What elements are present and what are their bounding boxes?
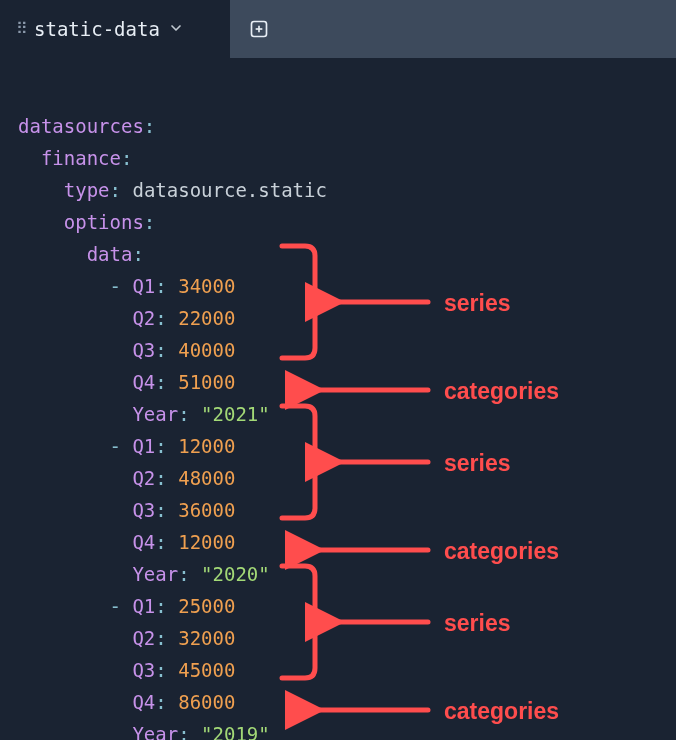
yaml-number: 34000	[178, 275, 235, 297]
code-editor[interactable]: datasources: finance: type: datasource.s…	[0, 58, 676, 740]
yaml-key: type	[64, 179, 110, 201]
yaml-key: options	[64, 211, 144, 233]
yaml-number: 22000	[178, 307, 235, 329]
yaml-number: 32000	[178, 627, 235, 649]
tab-label: static-data	[34, 18, 160, 40]
yaml-number: 12000	[178, 435, 235, 457]
annotation-categories-1: categories	[444, 378, 559, 404]
yaml-number: 25000	[178, 595, 235, 617]
annotation-series-1: series	[444, 290, 511, 316]
annotation-categories-3: categories	[444, 698, 559, 724]
yaml-key: data	[87, 243, 133, 265]
yaml-number: 12000	[178, 531, 235, 553]
annotation-series-3: series	[444, 610, 511, 636]
yaml-number: 45000	[178, 659, 235, 681]
yaml-number: 51000	[178, 371, 235, 393]
annotation-categories-2: categories	[444, 538, 559, 564]
yaml-key: finance	[41, 147, 121, 169]
drag-handle-icon: ⠿	[16, 21, 26, 37]
yaml-number: 48000	[178, 467, 235, 489]
tab-bar: ⠿ static-data	[0, 0, 676, 58]
plus-square-icon	[249, 19, 269, 39]
yaml-string: "2020"	[201, 563, 270, 585]
chevron-down-icon	[168, 18, 184, 40]
yaml-key: datasources	[18, 115, 144, 137]
yaml-number: 36000	[178, 499, 235, 521]
yaml-number: 40000	[178, 339, 235, 361]
tab-static-data[interactable]: ⠿ static-data	[0, 0, 230, 58]
yaml-string: "2019"	[201, 723, 270, 740]
yaml-string: "2021"	[201, 403, 270, 425]
yaml-value: datasource.static	[132, 179, 326, 201]
new-tab-button[interactable]	[230, 0, 288, 58]
yaml-number: 86000	[178, 691, 235, 713]
annotation-series-2: series	[444, 450, 511, 476]
